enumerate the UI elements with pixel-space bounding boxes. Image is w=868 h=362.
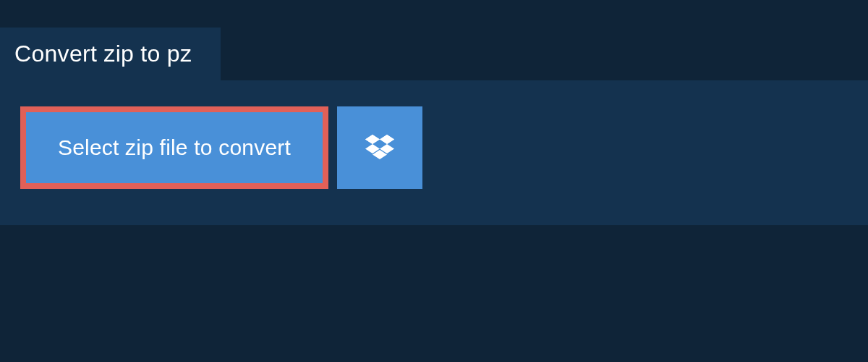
select-file-label: Select zip file to convert bbox=[58, 135, 291, 160]
tab-label: Convert zip to pz bbox=[14, 41, 192, 67]
dropbox-button[interactable] bbox=[337, 106, 422, 189]
tab-bar: Convert zip to pz bbox=[0, 28, 868, 80]
tab-convert[interactable]: Convert zip to pz bbox=[0, 28, 221, 80]
main-panel: Select zip file to convert bbox=[0, 80, 868, 225]
button-row: Select zip file to convert bbox=[20, 106, 848, 189]
dropbox-icon bbox=[365, 135, 394, 161]
select-file-button[interactable]: Select zip file to convert bbox=[20, 106, 328, 189]
